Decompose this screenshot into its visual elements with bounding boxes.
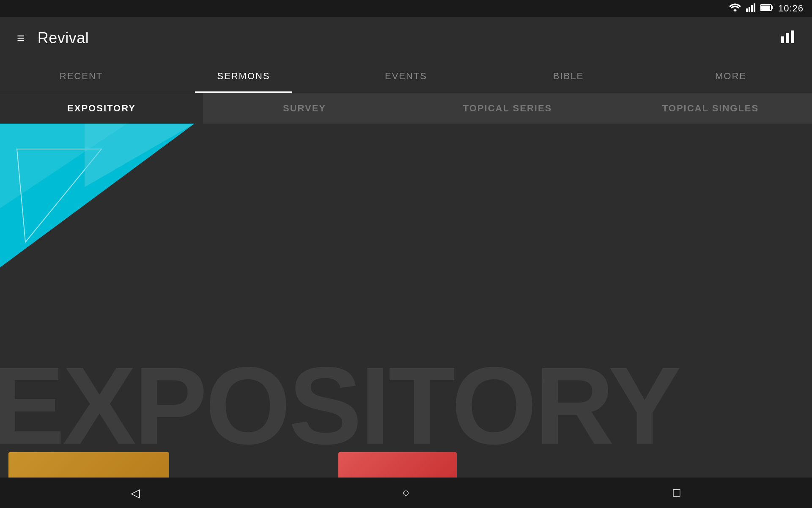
sub-tabs: EXPOSITORY SURVEY TOPICAL SERIES TOPICAL…: [0, 93, 812, 124]
tab-bible[interactable]: BIBLE: [487, 59, 650, 93]
watermark-text: EXPOSITORY: [0, 351, 679, 461]
tab-recent[interactable]: RECENT: [0, 59, 162, 93]
menu-icon[interactable]: ≡: [17, 31, 25, 45]
thumb-left[interactable]: [8, 452, 169, 478]
subtab-topical-series[interactable]: TOPICAL SERIES: [406, 93, 609, 124]
home-button[interactable]: ○: [393, 480, 419, 505]
tab-more[interactable]: MORE: [650, 59, 812, 93]
svg-rect-5: [771, 6, 773, 9]
svg-rect-8: [786, 33, 789, 43]
tab-sermons[interactable]: SERMONS: [162, 59, 325, 93]
app-title: Revival: [38, 29, 89, 47]
thumbnail-strip: [0, 452, 812, 478]
nav-tabs: RECENT SERMONS EVENTS BIBLE MORE: [0, 59, 812, 93]
app-bar-left: ≡ Revival: [17, 29, 89, 47]
tab-events[interactable]: EVENTS: [325, 59, 487, 93]
status-bar: 10:26: [0, 0, 812, 17]
hero-svg: [0, 124, 254, 268]
wifi-icon: [729, 3, 741, 14]
main-content: EXPOSITORY: [0, 124, 812, 478]
back-button[interactable]: ◁: [123, 480, 148, 505]
hero-graphic: [0, 124, 254, 259]
subtab-expository[interactable]: EXPOSITORY: [0, 93, 203, 124]
battery-icon: [760, 4, 773, 14]
svg-rect-0: [746, 8, 748, 12]
app-bar: ≡ Revival: [0, 17, 812, 59]
svg-rect-2: [751, 5, 753, 12]
recents-button[interactable]: □: [664, 480, 689, 505]
android-nav-bar: ◁ ○ □: [0, 478, 812, 508]
svg-rect-7: [781, 36, 784, 43]
status-time: 10:26: [778, 3, 804, 14]
subtab-topical-singles[interactable]: TOPICAL SINGLES: [609, 93, 812, 124]
svg-rect-1: [749, 7, 750, 12]
svg-rect-6: [761, 6, 770, 10]
signal-icon: [746, 3, 755, 14]
bar-chart-icon[interactable]: [780, 29, 795, 47]
svg-rect-9: [791, 30, 794, 43]
thumb-right[interactable]: [338, 452, 457, 478]
svg-rect-3: [754, 3, 755, 12]
subtab-survey[interactable]: SURVEY: [203, 93, 406, 124]
